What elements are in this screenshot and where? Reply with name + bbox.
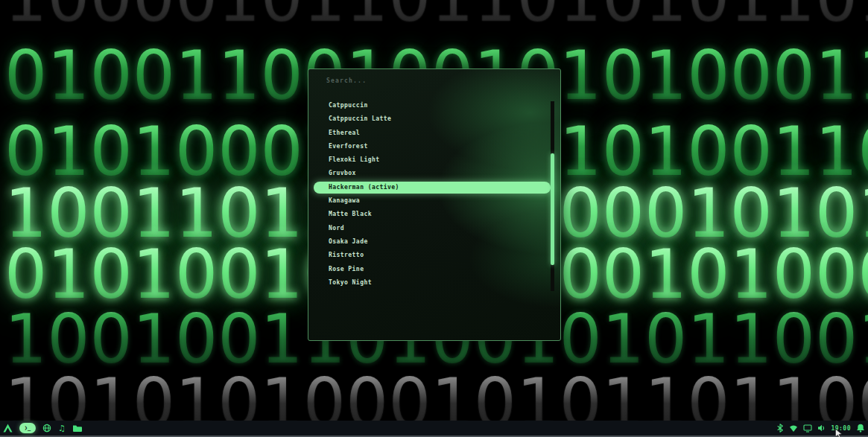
volume-icon[interactable] xyxy=(817,424,826,433)
theme-item-active[interactable]: Hackerman (active) xyxy=(308,181,560,194)
theme-item[interactable]: Tokyo Night xyxy=(308,276,560,290)
theme-item-label: Kanagawa xyxy=(329,197,360,204)
folder-icon[interactable] xyxy=(72,424,83,433)
theme-item[interactable]: Osaka Jade xyxy=(308,235,560,249)
theme-item-label: Osaka Jade xyxy=(329,238,368,245)
taskbar-left: ❯_ ♫ xyxy=(3,421,83,436)
globe-icon[interactable] xyxy=(42,424,51,433)
theme-item-label: Matte Black xyxy=(329,211,372,217)
theme-item-label: Flexoki Light xyxy=(329,156,379,163)
theme-item-label: Rose Pine xyxy=(329,266,364,272)
terminal-icon[interactable]: ❯_ xyxy=(19,423,36,433)
binary-digit-row: 100001011011010101101 xyxy=(4,0,868,31)
theme-item[interactable]: Catppuccin Latte xyxy=(308,112,560,126)
theme-item[interactable]: Ethereal xyxy=(308,127,560,140)
theme-item[interactable]: Nord xyxy=(308,222,560,235)
theme-item-label: Ristretto xyxy=(329,252,364,258)
music-note-icon[interactable]: ♫ xyxy=(58,424,66,433)
theme-item-label: Tokyo Night xyxy=(329,279,372,286)
theme-item[interactable]: Ristretto xyxy=(308,249,560,262)
theme-picker-dialog: CatppuccinCatppuccin LatteEtherealEverfo… xyxy=(308,68,561,341)
theme-item[interactable]: Everforest xyxy=(308,140,560,153)
theme-item-label: Nord xyxy=(329,225,344,232)
theme-item[interactable]: Rose Pine xyxy=(308,263,560,276)
theme-item[interactable]: Gruvbox xyxy=(308,167,560,180)
display-icon[interactable] xyxy=(803,424,812,433)
taskbar-tray: 19:00 xyxy=(776,421,865,436)
scrollbar-thumb[interactable] xyxy=(551,153,554,265)
theme-item[interactable]: Flexoki Light xyxy=(308,153,560,167)
notification-bell-icon[interactable] xyxy=(856,424,865,433)
bluetooth-icon[interactable] xyxy=(776,424,784,433)
theme-item[interactable]: Matte Black xyxy=(308,208,560,221)
theme-item-label: Gruvbox xyxy=(329,170,356,176)
search-input[interactable] xyxy=(326,74,513,87)
theme-item[interactable]: Catppuccin xyxy=(308,99,560,112)
theme-list: CatppuccinCatppuccin LatteEtherealEverfo… xyxy=(308,99,560,290)
theme-item-label: Catppuccin Latte xyxy=(329,115,391,122)
theme-item-label: Catppuccin xyxy=(329,102,368,109)
theme-item[interactable]: Kanagawa xyxy=(308,194,560,208)
theme-item-label: Everforest xyxy=(329,143,368,150)
clock: 19:00 xyxy=(831,425,851,432)
theme-item-label: Ethereal xyxy=(329,130,360,136)
launcher-arrow-icon[interactable] xyxy=(3,424,13,433)
taskbar: ❯_ ♫ 19:00 xyxy=(0,421,868,437)
theme-item-label: Hackerman (active) xyxy=(329,184,399,191)
wifi-icon[interactable] xyxy=(789,424,798,433)
